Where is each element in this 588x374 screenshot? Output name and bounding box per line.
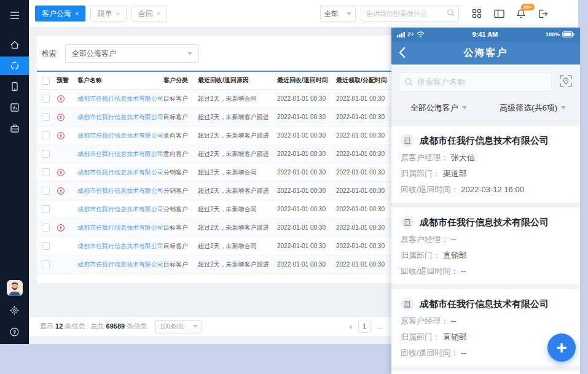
notification-bell-icon[interactable]: 99+: [515, 8, 527, 19]
sidebar-item-home[interactable]: [0, 36, 29, 54]
row-checkbox[interactable]: [42, 150, 50, 158]
dept-label: 归属部门：: [401, 251, 441, 260]
assign-time: 2022-01-01 00:30: [332, 187, 391, 194]
chevron-down-icon: [462, 106, 467, 109]
customer-name-link[interactable]: 成都市任我行信息技术有限公司: [77, 187, 163, 194]
scope-value: 全部: [324, 9, 338, 18]
phone-search-box: [399, 72, 552, 92]
row-checkbox[interactable]: [42, 131, 50, 139]
recycle-reason: 超过2天，未新增合同: [198, 168, 273, 177]
layout-columns-icon[interactable]: [493, 8, 504, 19]
add-customer-fab[interactable]: +: [547, 333, 576, 362]
customer-name-link[interactable]: 成都市任我行信息技术有限公司: [77, 114, 163, 120]
dept-label: 归属部门：: [401, 169, 441, 178]
row-checkbox[interactable]: [42, 260, 50, 268]
col-recycle-reason: 最近回收/退回原因: [198, 76, 273, 85]
row-checkbox[interactable]: [42, 224, 50, 232]
apps-grid-icon[interactable]: [471, 8, 482, 19]
customer-name-link[interactable]: 成都市任我行信息技术有限公司: [77, 150, 163, 157]
recycle-time: 2022-01-01 00:30: [273, 206, 332, 212]
customer-name-link[interactable]: 成都市任我行信息技术有限公司: [77, 169, 163, 176]
chevron-down-icon: [347, 12, 351, 15]
manager-value: --: [451, 235, 457, 244]
row-name-cell: 成都市任我行信息技术有限公司: [77, 95, 163, 103]
page-size-select[interactable]: 100条/页: [155, 320, 202, 333]
row-warn-cell: [57, 113, 77, 122]
battery-percent-label: 100%: [546, 31, 560, 37]
company-building-icon: [401, 297, 414, 311]
customer-card[interactable]: 成都市任我行信息技术有限公司 原客户经理： 张大仙 归属部门： 渠道部 回收/退…: [391, 126, 580, 203]
sidebar-item-business[interactable]: [0, 119, 29, 138]
row-check-cell: [42, 113, 57, 121]
row-warn-cell: [57, 205, 77, 214]
public-sea-scope-select[interactable]: 全部公海客户: [65, 44, 199, 63]
card-manager-line: 原客户经理： --: [401, 234, 571, 245]
current-page-button[interactable]: 1: [358, 321, 370, 333]
row-checkbox[interactable]: [42, 113, 50, 121]
row-checkbox[interactable]: [42, 95, 50, 103]
company-building-icon: [401, 216, 414, 229]
customer-card[interactable]: 成都市任我行信息技术有限公司 原客户经理： -- 归属部门： 直销部 回收/退回…: [391, 208, 580, 284]
logout-icon[interactable]: [538, 8, 549, 19]
customer-name-link[interactable]: 成都市任我行信息技术有限公司: [77, 132, 163, 139]
sidebar-item-mobile[interactable]: [0, 77, 29, 96]
filter-label: 高级筛选(共6项): [500, 103, 557, 114]
menu-toggle-icon[interactable]: [0, 6, 29, 25]
search-icon[interactable]: [447, 9, 455, 20]
sidebar-item-public-sea-active[interactable]: [0, 56, 29, 75]
show-count: 12: [55, 322, 63, 330]
card-time-line: 回收/退回时间： --: [401, 348, 571, 359]
phone-filter-advanced[interactable]: 高级筛选(共6项): [486, 95, 581, 120]
dept-value: 直销部: [443, 251, 467, 260]
tab-follow-up[interactable]: 跟单 ×: [90, 6, 126, 21]
page-size-value: 100条/页: [160, 322, 184, 331]
customer-name-link[interactable]: 成都市任我行信息技术有限公司: [77, 261, 163, 268]
tab-close-icon[interactable]: ×: [116, 10, 119, 17]
card-time-line: 回收/退回时间： --: [401, 266, 571, 277]
customer-category: 目标客户: [163, 95, 198, 103]
phone-page-title: 公海客户: [464, 47, 508, 60]
row-warn-cell: [57, 260, 77, 269]
row-checkbox[interactable]: [42, 242, 50, 250]
more-pages-button[interactable]: …: [377, 323, 384, 330]
col-recycle-time: 最近回收/退回时间: [273, 76, 332, 85]
tab-contract[interactable]: 合同 ×: [131, 6, 167, 21]
svg-text:?: ?: [13, 329, 16, 335]
warning-icon: [57, 168, 65, 175]
signal-bars-icon: [397, 29, 406, 40]
help-question-icon[interactable]: ?: [10, 327, 19, 339]
search-scope-select[interactable]: 全部: [320, 6, 356, 21]
phone-filter-all-customers[interactable]: 全部公海客户: [391, 95, 486, 120]
recycle-reason: 超过2天，未新增客户跟进: [198, 224, 273, 232]
customer-category: 分销客户: [163, 168, 198, 177]
select-all-checkbox[interactable]: [42, 77, 50, 85]
customer-name-link[interactable]: 成都市任我行信息技术有限公司: [77, 95, 163, 102]
map-scan-icon[interactable]: [559, 74, 573, 90]
settings-gear-icon[interactable]: [10, 306, 19, 318]
sidebar: ?: [0, 0, 29, 344]
tab-customer-public-sea[interactable]: 客户公海 ×: [35, 6, 85, 21]
warning-icon: [57, 95, 65, 101]
phone-search-input[interactable]: [399, 72, 552, 92]
row-checkbox[interactable]: [42, 205, 50, 213]
customer-name-link[interactable]: 成都市任我行信息技术有限公司: [77, 206, 163, 212]
customer-name-link[interactable]: 成都市任我行信息技术有限公司: [77, 224, 163, 231]
tab-close-icon[interactable]: ×: [157, 10, 160, 17]
manager-value: 张大仙: [451, 153, 475, 162]
row-checkbox[interactable]: [42, 187, 50, 195]
customer-name-link[interactable]: 成都市任我行信息技术有限公司: [77, 243, 163, 249]
row-check-cell: [42, 131, 57, 139]
sidebar-item-reports[interactable]: [0, 98, 29, 117]
topbar-right: 全部: [320, 6, 549, 21]
recycle-time: 2022-01-01 00:30: [273, 95, 332, 102]
row-check-cell: [42, 187, 57, 195]
tab-close-icon[interactable]: ×: [75, 10, 79, 17]
assign-time: 2022-01-01 00:30: [332, 243, 391, 249]
row-checkbox[interactable]: [42, 168, 50, 176]
back-chevron-icon[interactable]: [399, 47, 406, 61]
user-avatar[interactable]: [7, 280, 23, 296]
tab-label: 跟单: [97, 9, 112, 19]
prev-page-button[interactable]: ‹: [350, 322, 352, 331]
global-search-input[interactable]: [361, 6, 459, 21]
customer-card[interactable]: 成都市任我行信息技术有限公司 原客户经理： -- 归属部门： 直销部 回收/退回…: [391, 371, 580, 374]
